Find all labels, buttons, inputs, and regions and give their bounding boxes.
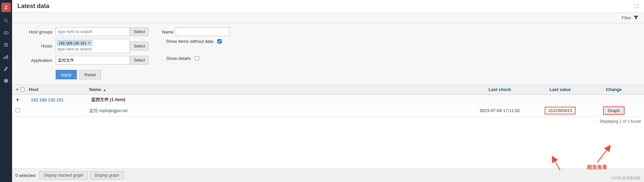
th-change[interactable]: Change	[587, 87, 641, 92]
main-content: Latest data ⛶ Filter Host groups Select …	[12, 0, 644, 182]
show-details-group: Show details	[166, 56, 199, 61]
svg-rect-4	[4, 43, 8, 44]
group-header: ▼ 192.168.130.161 监控文件 (1 Item)	[12, 95, 644, 105]
display-info-row: Displaying 1 of 1 found	[12, 117, 644, 126]
svg-line-11	[553, 159, 560, 170]
show-without-group: Show items without data	[166, 39, 222, 44]
row-lastvalue-cell: 1632865815	[533, 107, 587, 114]
host-groups-select-button[interactable]: Select	[130, 27, 149, 36]
selected-count: 0 selected	[15, 173, 35, 178]
group-name: 监控文件 (1 Item)	[91, 97, 125, 103]
svg-rect-8	[5, 56, 6, 59]
filter-icon[interactable]	[633, 15, 639, 21]
sidebar-icon-barchart[interactable]	[1, 52, 11, 62]
chinese-label: 图形查看	[590, 144, 617, 165]
chinese-annotation-text: 图形查看	[587, 164, 607, 171]
application-select-button[interactable]: Select	[130, 56, 149, 65]
svg-point-3	[5, 32, 7, 33]
sidebar: Z	[0, 0, 12, 182]
sidebar-icon-search[interactable]	[1, 16, 11, 25]
show-details-label: Show details	[166, 56, 193, 61]
page-title: Latest data	[17, 3, 49, 10]
select-all-checkbox[interactable]	[20, 87, 24, 92]
application-label: Application	[19, 58, 56, 63]
displaying-info: Displaying 1 of 1 found	[600, 119, 641, 124]
filter-bar: Filter	[12, 13, 644, 23]
data-table: ▼ Host Name ▲ Last check Last value Chan…	[12, 85, 644, 168]
graph-button[interactable]: Graph	[603, 106, 625, 115]
filter-label: Filter	[622, 15, 631, 20]
show-without-label: Show items without data	[166, 39, 215, 44]
form-row-2: Hosts 192.168.130.161 ✕ Select Show item…	[12, 39, 644, 53]
show-without-checkbox[interactable]	[217, 39, 222, 43]
table-header: ▼ Host Name ▲ Last check Last value Chan…	[12, 85, 644, 95]
sort-arrow: ▲	[103, 88, 106, 92]
arrow-value-svg	[550, 155, 570, 172]
expand-icon[interactable]: ⛶	[634, 4, 639, 9]
host-groups-input[interactable]	[56, 27, 129, 36]
reset-button[interactable]: Reset	[79, 70, 101, 79]
row-lastcheck: 2023-07-04 17:11:02	[466, 108, 533, 113]
header-right: ⛶	[634, 4, 639, 9]
application-input[interactable]	[56, 56, 129, 65]
group-host-link[interactable]: 192.168.130.161	[31, 97, 91, 102]
th-name[interactable]: Name ▲	[89, 87, 466, 92]
name-label: Name	[162, 29, 176, 34]
th-lastcheck[interactable]: Last check	[466, 87, 533, 92]
hosts-input-wrapper: 192.168.130.161 ✕	[56, 39, 129, 53]
sidebar-icon-eye[interactable]	[1, 28, 11, 37]
svg-line-13	[597, 148, 609, 163]
host-tag: 192.168.130.161 ✕	[57, 40, 92, 46]
sidebar-icon-gear[interactable]	[1, 76, 11, 86]
svg-rect-5	[4, 44, 8, 45]
table-row: 监控 /opt/qingjun.txt 2023-07-04 17:11:02 …	[12, 105, 644, 117]
collapse-all-arrow[interactable]: ▼	[15, 88, 19, 91]
bottom-bar: 0 selected Display stacked graph Display…	[12, 168, 644, 182]
chinese-annotation-group	[550, 155, 577, 172]
group-collapse-arrow[interactable]: ▼	[15, 97, 20, 102]
svg-rect-7	[4, 57, 5, 59]
watermark: CSDN @百慕倾君	[611, 175, 641, 181]
host-tag-value: 192.168.130.161	[59, 41, 87, 45]
hosts-search-input[interactable]	[57, 46, 128, 52]
row-checkbox-cell	[15, 108, 29, 113]
row-checkbox[interactable]	[15, 108, 20, 112]
host-tag-remove[interactable]: ✕	[88, 41, 91, 45]
sidebar-logo[interactable]: Z	[1, 3, 11, 12]
apply-button[interactable]: Apply	[56, 70, 77, 79]
hosts-select-button[interactable]: Select	[130, 42, 149, 51]
th-host[interactable]: Host	[29, 87, 89, 92]
arrow-graph-svg	[590, 144, 617, 164]
application-group: Application Select	[19, 56, 149, 65]
form-buttons: Apply Reset	[12, 67, 644, 79]
hosts-group: Hosts 192.168.130.161 ✕ Select	[19, 39, 149, 53]
svg-rect-6	[4, 46, 8, 47]
sidebar-icon-list[interactable]	[1, 40, 11, 50]
svg-rect-9	[7, 55, 8, 59]
row-name-link[interactable]: 监控 /opt/qingjun.txt	[89, 108, 466, 114]
hosts-label: Hosts	[19, 43, 56, 49]
row-change-cell: Graph	[587, 106, 641, 115]
th-checkbox: ▼	[15, 87, 29, 92]
th-lastvalue[interactable]: Last value	[533, 87, 587, 92]
sidebar-icon-wrench[interactable]	[1, 64, 11, 74]
form-row-3: Application Select Show details	[12, 56, 644, 65]
host-groups-label: Host groups	[19, 29, 56, 34]
show-details-checkbox[interactable]	[195, 56, 199, 61]
display-graph-button[interactable]: Display graph	[90, 171, 123, 179]
header: Latest data ⛶	[12, 0, 644, 13]
form-row-1: Host groups Select Name	[12, 27, 644, 36]
last-value-box: 1632865815	[545, 107, 576, 114]
svg-line-1	[7, 21, 8, 23]
display-stacked-graph-button[interactable]: Display stacked graph	[39, 171, 88, 179]
table-row-group: ▼ 192.168.130.161 监控文件 (1 Item) 监控 /opt/…	[12, 95, 644, 117]
name-group: Name	[162, 27, 229, 36]
host-groups-group: Host groups Select	[19, 27, 149, 36]
name-input[interactable]	[176, 27, 229, 36]
host-tags-row: 192.168.130.161 ✕	[57, 40, 128, 46]
svg-point-0	[4, 19, 7, 22]
filter-form: Host groups Select Name Hosts 192.168.13…	[12, 23, 644, 85]
